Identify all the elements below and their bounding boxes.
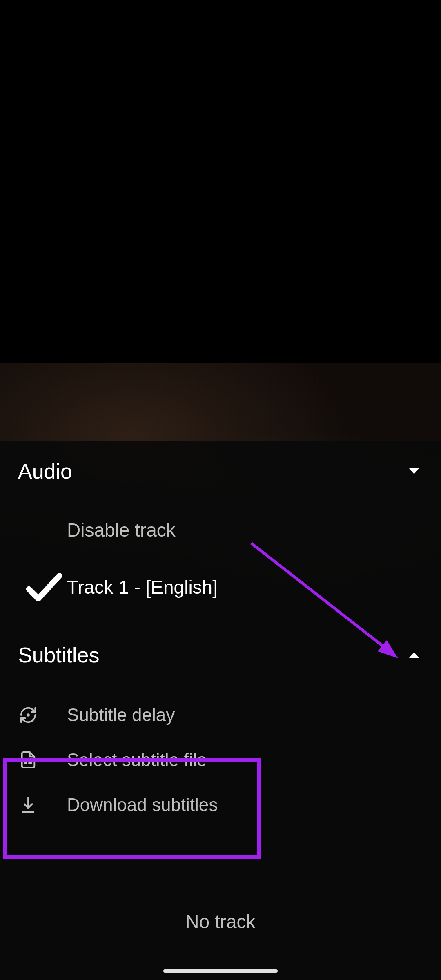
audio-disable-label: Disable track xyxy=(67,519,176,541)
download-subtitles-item[interactable]: Download subtitles xyxy=(18,782,423,827)
audio-disable-track[interactable]: Disable track xyxy=(18,501,423,559)
navigation-handle[interactable] xyxy=(163,969,278,973)
download-subtitles-label: Download subtitles xyxy=(67,795,218,815)
download-icon xyxy=(18,795,67,814)
audio-title: Audio xyxy=(18,459,72,483)
caret-down-icon xyxy=(409,468,419,474)
select-subtitle-file-label: Select subtitle file xyxy=(67,750,207,770)
caret-up-icon xyxy=(409,652,419,658)
sync-icon xyxy=(18,706,67,724)
audio-track-1[interactable]: Track 1 - [English] xyxy=(18,559,423,616)
check-icon xyxy=(18,564,67,610)
subtitles-title: Subtitles xyxy=(18,643,99,667)
file-icon xyxy=(18,751,67,769)
audio-header[interactable]: Audio xyxy=(18,441,423,501)
subtitle-delay-label: Subtitle delay xyxy=(67,705,175,725)
svg-point-0 xyxy=(27,714,29,716)
subtitles-section: Subtitles Subtitle delay xyxy=(0,625,441,827)
audio-track-1-label: Track 1 - [English] xyxy=(67,576,218,598)
no-track-label: No track xyxy=(0,911,441,933)
select-subtitle-file-item[interactable]: Select subtitle file xyxy=(18,737,423,782)
subtitles-header[interactable]: Subtitles xyxy=(18,625,423,685)
subtitle-delay-item[interactable]: Subtitle delay xyxy=(18,693,423,737)
audio-section: Audio Disable track Track 1 - [English] xyxy=(0,441,441,616)
